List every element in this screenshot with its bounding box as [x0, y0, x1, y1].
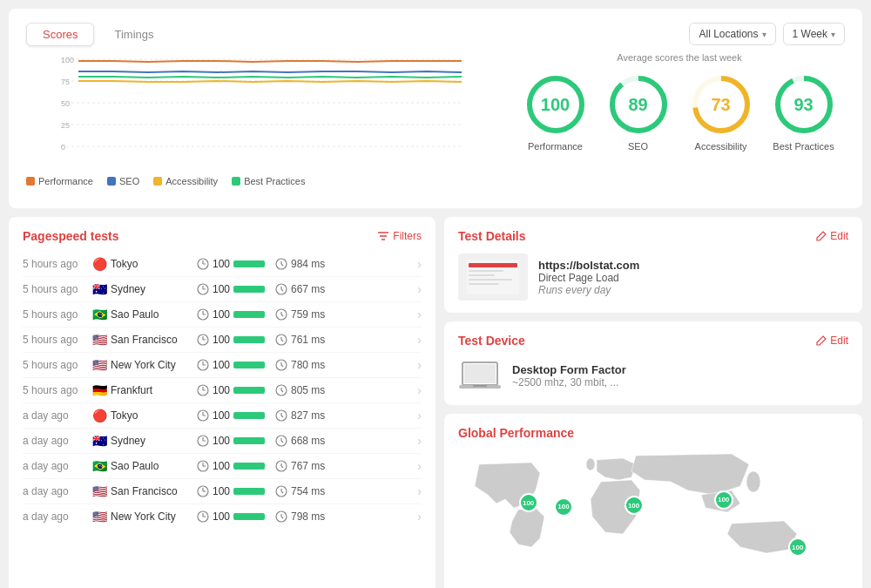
score-label-performance: Performance: [528, 141, 583, 152]
test-device-edit[interactable]: Edit: [816, 335, 848, 347]
row-time: a day ago: [23, 409, 92, 422]
score-seo: 89 SEO: [607, 73, 670, 152]
row-time: 5 hours ago: [23, 308, 92, 321]
speed-icon: [197, 384, 209, 396]
filters-label: Filters: [393, 230, 422, 242]
row-ms: 767 ms: [275, 460, 417, 472]
svg-line-44: [281, 340, 283, 341]
row-chevron-right-icon: ›: [417, 257, 422, 271]
row-ms: 780 ms: [275, 359, 417, 371]
flag-icon: 🇺🇸: [92, 484, 107, 498]
svg-line-32: [281, 289, 283, 291]
filter-icon: [377, 231, 389, 241]
location-label: All Locations: [699, 28, 758, 40]
line-chart: 100 75 50 25 0: [26, 55, 496, 168]
row-chevron-right-icon: ›: [417, 510, 422, 524]
legend-dot-best-practices: [232, 177, 240, 186]
table-row[interactable]: a day ago 🔴 Tokyo 100 827 ms ›: [23, 403, 422, 429]
score-value-accessibility: 73: [690, 73, 753, 136]
row-score: 100: [197, 485, 275, 497]
legend-dot-seo: [107, 177, 116, 186]
test-details-edit[interactable]: Edit: [816, 230, 848, 242]
row-location: 🇺🇸 San Francisco: [92, 333, 197, 347]
table-row[interactable]: a day ago 🇦🇺 Sydney 100 668 ms ›: [23, 429, 422, 454]
row-location: 🇧🇷 Sao Paulo: [92, 459, 197, 473]
row-time: 5 hours ago: [23, 384, 92, 396]
score-label-seo: SEO: [628, 141, 648, 152]
test-details-panel: Test Details Edit: [444, 217, 862, 313]
svg-text:75: 75: [61, 78, 70, 86]
bottom-row: Pagespeed tests Filters 5 hours ago 🔴 To…: [9, 217, 862, 588]
speed-icon: [197, 510, 209, 523]
row-location: 🇦🇺 Sydney: [92, 282, 197, 296]
edit-label-details: Edit: [830, 230, 848, 242]
table-row[interactable]: 5 hours ago 🇩🇪 Frankfurt 100 805 ms ›: [23, 378, 422, 403]
table-row[interactable]: 5 hours ago 🇦🇺 Sydney 100 667 ms ›: [23, 277, 422, 302]
clock-icon: [275, 409, 287, 422]
global-title: Global Performance: [458, 426, 848, 440]
row-ms: 759 ms: [275, 308, 417, 321]
svg-line-62: [281, 416, 283, 417]
table-row[interactable]: 5 hours ago 🇧🇷 Sao Paulo 100 759 ms ›: [23, 302, 422, 328]
svg-rect-94: [464, 364, 496, 383]
global-performance-panel: Global Performance: [444, 414, 862, 588]
score-best-practices: 93 Best Practices: [773, 73, 835, 152]
svg-rect-91: [469, 279, 512, 280]
svg-rect-88: [469, 263, 517, 267]
row-location: 🔴 Tokyo: [92, 409, 197, 422]
flag-icon: 🇩🇪: [92, 383, 107, 397]
legend-label-seo: SEO: [119, 176, 139, 186]
legend-dot-accessibility: [153, 177, 162, 186]
row-location: 🔴 Tokyo: [92, 257, 197, 271]
table-row[interactable]: a day ago 🇺🇸 San Francisco 100 754 ms ›: [23, 479, 422, 504]
row-location: 🇦🇺 Sydney: [92, 434, 197, 448]
legend-dot-performance: [26, 177, 35, 186]
clock-icon: [275, 258, 287, 270]
table-row[interactable]: 5 hours ago 🔴 Tokyo 100 984 ms ›: [23, 252, 422, 277]
score-bar: [233, 412, 265, 419]
row-score: 100: [197, 510, 275, 523]
location-dropdown[interactable]: All Locations ▾: [689, 23, 775, 45]
test-details-title: Test Details: [458, 229, 526, 243]
table-row[interactable]: 5 hours ago 🇺🇸 New York City 100 780 ms …: [23, 353, 422, 378]
top-panel: Scores Timings 100 75 50 25 0: [9, 9, 862, 208]
table-row[interactable]: a day ago 🇧🇷 Sao Paulo 100 767 ms ›: [23, 454, 422, 479]
row-chevron-right-icon: ›: [417, 282, 422, 296]
map-pins: 100100100100100: [458, 447, 848, 586]
score-circles: 100 Performance 89 SEO 73: [514, 73, 845, 152]
filters-button[interactable]: Filters: [377, 230, 422, 242]
tab-timings[interactable]: Timings: [98, 23, 170, 46]
pagespeed-header: Pagespeed tests Filters: [23, 229, 422, 243]
row-score: 100: [197, 308, 275, 321]
row-time: a day ago: [23, 435, 92, 447]
speed-icon: [197, 283, 209, 295]
speed-icon: [197, 409, 209, 422]
speed-icon: [197, 308, 209, 321]
time-dropdown[interactable]: 1 Week ▾: [783, 23, 845, 45]
score-performance: 100 Performance: [524, 73, 587, 152]
table-row[interactable]: 5 hours ago 🇺🇸 San Francisco 100 761 ms …: [23, 328, 422, 353]
score-label-accessibility: Accessibility: [695, 141, 747, 152]
row-time: 5 hours ago: [23, 283, 92, 295]
table-row[interactable]: a day ago 🇺🇸 New York City 100 798 ms ›: [23, 504, 422, 529]
tab-scores[interactable]: Scores: [26, 23, 94, 46]
score-bar: [233, 336, 265, 343]
row-ms: 805 ms: [275, 384, 417, 396]
test-type: Direct Page Load: [538, 272, 639, 284]
row-location: 🇧🇷 Sao Paulo: [92, 308, 197, 321]
row-time: 5 hours ago: [23, 258, 92, 270]
svg-line-56: [281, 390, 283, 392]
row-score: 100: [197, 258, 275, 270]
row-time: a day ago: [23, 485, 92, 497]
row-chevron-right-icon: ›: [417, 308, 422, 321]
map-pin: 100: [714, 490, 733, 510]
row-ms: 668 ms: [275, 435, 417, 447]
svg-line-26: [281, 264, 283, 266]
row-time: 5 hours ago: [23, 359, 92, 371]
score-label-best-practices: Best Practices: [773, 141, 834, 152]
test-device-header: Test Device Edit: [458, 334, 848, 348]
clock-icon: [275, 485, 287, 497]
avg-scores-header: Average scores the last week: [514, 52, 845, 63]
score-bar: [233, 513, 265, 520]
device-name: Desktop Form Factor: [512, 363, 626, 376]
